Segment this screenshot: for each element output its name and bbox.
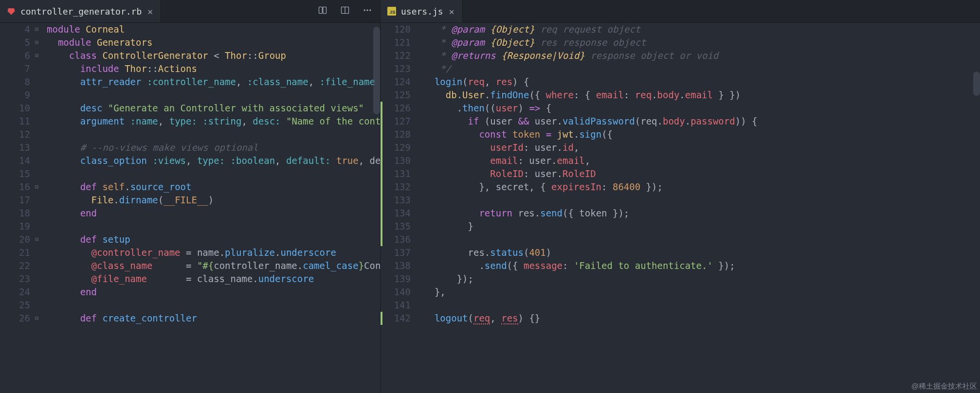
left-editor-pane: controller_generator.rb ✕ 45678910111213…: [0, 0, 381, 393]
code-line[interactable]: [423, 233, 980, 246]
code-line[interactable]: attr_reader :controller_name, :class_nam…: [47, 75, 380, 89]
tab-controller-generator[interactable]: controller_generator.rb ✕: [0, 0, 161, 22]
close-icon[interactable]: ✕: [448, 6, 455, 17]
code-line[interactable]: module Generators: [47, 36, 380, 49]
code-line[interactable]: [47, 220, 380, 233]
code-line[interactable]: res.status(401): [423, 246, 980, 259]
left-line-gutter: 4567891011121314151617181920212223242526: [0, 23, 35, 325]
code-line[interactable]: const token = jwt.sign({: [423, 128, 980, 141]
code-line[interactable]: [423, 299, 980, 312]
close-icon[interactable]: ✕: [146, 6, 154, 17]
tab-users-js[interactable]: JS users.js ✕: [381, 0, 463, 22]
code-line[interactable]: module Corneal: [47, 23, 380, 36]
code-line[interactable]: @controller_name = name.pluralize.unders…: [47, 246, 380, 259]
left-fold-gutter: ⊟⊟⊟⊟⊟⊟: [35, 23, 47, 325]
code-line[interactable]: end: [47, 286, 380, 299]
tab-title: controller_generator.rb: [20, 6, 142, 17]
watermark: @稀土掘金技术社区: [911, 382, 977, 391]
right-editor-pane: JS users.js ✕ 12012112212312412512612712…: [381, 0, 980, 393]
left-code-area[interactable]: module Corneal module Generators class C…: [47, 23, 380, 325]
svg-text:JS: JS: [390, 9, 396, 15]
code-line[interactable]: # --no-views make views optional: [47, 141, 380, 154]
svg-marker-0: [8, 8, 15, 15]
compare-icon[interactable]: [318, 5, 327, 17]
tab-title: users.js: [401, 6, 443, 17]
code-line[interactable]: db.User.findOne({ where: { email: req.bo…: [423, 89, 980, 102]
more-icon[interactable]: [363, 5, 372, 17]
right-scrollbar[interactable]: [973, 71, 980, 96]
code-line[interactable]: def create_controller: [47, 312, 380, 325]
fold-toggle[interactable]: ⊟: [35, 36, 41, 49]
code-line[interactable]: });: [423, 272, 980, 286]
code-line[interactable]: .then((user) => {: [423, 102, 980, 115]
code-line[interactable]: [47, 128, 380, 141]
right-code-area[interactable]: * @param {Object} req request object * @…: [416, 23, 980, 325]
code-line[interactable]: */: [423, 62, 980, 75]
svg-point-6: [366, 9, 368, 11]
code-line[interactable]: [47, 89, 380, 102]
right-tabbar: JS users.js ✕: [381, 0, 980, 23]
code-line[interactable]: .send({ message: 'Failed to authenticate…: [423, 259, 980, 272]
code-line[interactable]: argument :name, type: :string, desc: "Na…: [47, 115, 380, 128]
code-line[interactable]: * @param {Object} res response object: [423, 36, 980, 49]
fold-toggle[interactable]: ⊟: [35, 180, 41, 194]
code-line[interactable]: [47, 167, 380, 180]
split-icon[interactable]: [340, 5, 350, 17]
code-line[interactable]: desc "Generate an Controller with associ…: [47, 102, 380, 115]
svg-point-5: [364, 9, 365, 11]
code-line[interactable]: * @returns {Response|Void} response obje…: [423, 49, 980, 62]
tab-actions: [310, 0, 380, 22]
code-line[interactable]: RoleID: user.RoleID: [423, 167, 980, 180]
code-line[interactable]: @file_name = class_name.underscore: [47, 272, 380, 286]
code-line[interactable]: [47, 299, 380, 312]
js-file-icon: JS: [387, 7, 396, 16]
code-line[interactable]: }, secret, { expiresIn: 86400 });: [423, 180, 980, 194]
code-line[interactable]: * @param {Object} req request object: [423, 23, 980, 36]
code-line[interactable]: },: [423, 286, 980, 299]
right-editor[interactable]: 1201211221231241251261271281291301311321…: [381, 23, 980, 325]
code-line[interactable]: return res.send({ token });: [423, 207, 980, 220]
code-line[interactable]: login(req, res) {: [423, 75, 980, 89]
code-line[interactable]: File.dirname(__FILE__): [47, 194, 380, 207]
svg-rect-2: [323, 7, 327, 13]
code-line[interactable]: @class_name = "#{controller_name.camel_c…: [47, 259, 380, 272]
code-line[interactable]: class ControllerGenerator < Thor::Group: [47, 49, 380, 62]
code-line[interactable]: class_option :views, type: :boolean, def…: [47, 154, 380, 167]
svg-point-7: [369, 9, 371, 11]
fold-toggle[interactable]: ⊟: [35, 312, 41, 325]
fold-toggle[interactable]: ⊟: [35, 233, 41, 246]
code-line[interactable]: }: [423, 220, 980, 233]
code-line[interactable]: include Thor::Actions: [47, 62, 380, 75]
left-scrollbar[interactable]: [373, 27, 380, 114]
code-line[interactable]: end: [47, 207, 380, 220]
code-line[interactable]: if (user && user.validPassword(req.body.…: [423, 115, 980, 128]
left-editor[interactable]: 4567891011121314151617181920212223242526…: [0, 23, 380, 325]
code-line[interactable]: [423, 194, 980, 207]
ruby-file-icon: [7, 7, 16, 16]
code-line[interactable]: userId: user.id,: [423, 141, 980, 154]
code-line[interactable]: def self.source_root: [47, 180, 380, 194]
right-line-gutter: 1201211221231241251261271281291301311321…: [381, 23, 416, 325]
left-tabbar: controller_generator.rb ✕: [0, 0, 380, 23]
code-line[interactable]: logout(req, res) {}: [423, 312, 980, 325]
svg-rect-1: [319, 7, 323, 13]
code-line[interactable]: email: user.email,: [423, 154, 980, 167]
code-line[interactable]: def setup: [47, 233, 380, 246]
fold-toggle[interactable]: ⊟: [35, 23, 41, 36]
fold-toggle[interactable]: ⊟: [35, 49, 41, 62]
